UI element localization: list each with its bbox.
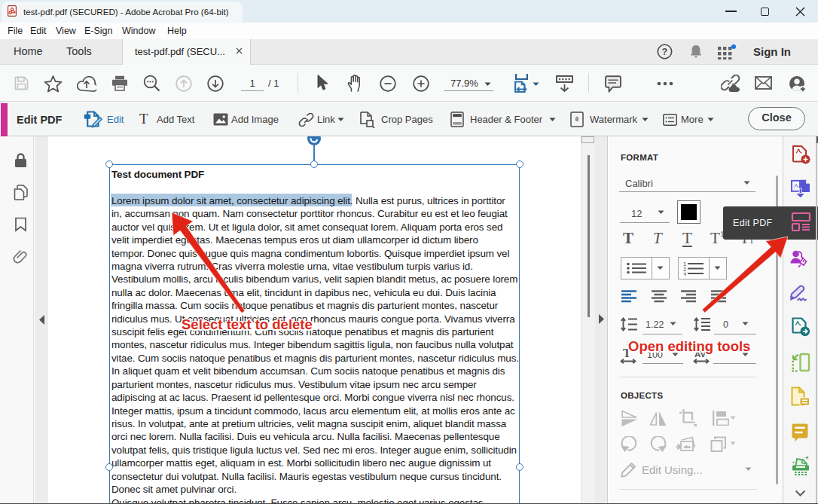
svg-text:?: ?	[662, 47, 667, 57]
svg-text:3: 3	[683, 271, 686, 276]
